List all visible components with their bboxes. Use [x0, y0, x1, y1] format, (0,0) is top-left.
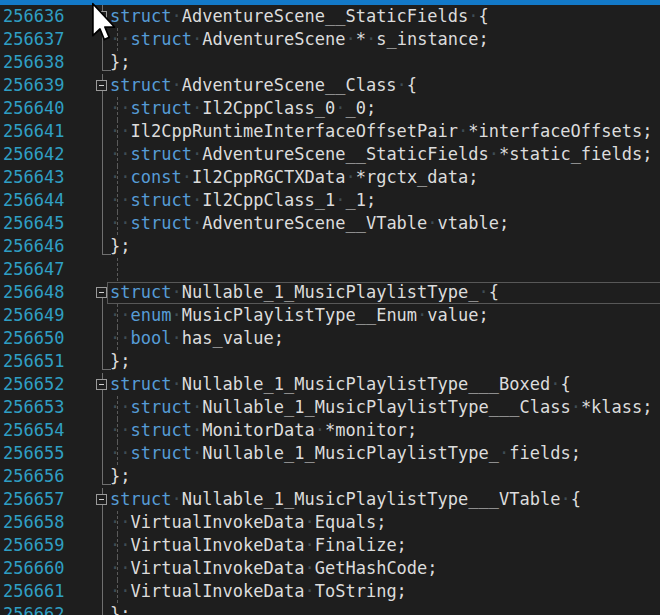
line-number[interactable]: 256657 [0, 488, 95, 511]
whitespace-dot: · [345, 167, 355, 187]
code-line-content[interactable]: struct·Nullable_1_MusicPlaylistType___VT… [110, 488, 660, 511]
line-number[interactable]: 256647 [0, 258, 95, 281]
code-line-content[interactable]: ··bool·has_value; [110, 327, 660, 350]
fold-collapse-button[interactable] [96, 287, 107, 298]
line-number[interactable]: 256637 [0, 28, 95, 51]
indent-guide [117, 143, 118, 166]
fold-margin [95, 143, 110, 166]
line-number[interactable]: 256656 [0, 465, 95, 488]
code-token: { [479, 6, 489, 26]
fold-margin [95, 465, 110, 488]
code-token: AdventureScene__Class [182, 75, 397, 95]
keyword-token: struct [110, 374, 171, 394]
code-line-content[interactable]: ··VirtualInvokeData·ToString; [110, 580, 660, 603]
whitespace-dot: · [366, 29, 376, 49]
line-number[interactable]: 256639 [0, 74, 95, 97]
keyword-token: struct [130, 443, 191, 463]
line-number[interactable]: 256650 [0, 327, 95, 350]
fold-margin [95, 281, 110, 304]
line-number[interactable]: 256646 [0, 235, 95, 258]
whitespace-dot: · [192, 213, 202, 233]
fold-margin [95, 189, 110, 212]
keyword-token: struct [130, 144, 191, 164]
line-number[interactable]: 256655 [0, 442, 95, 465]
whitespace-dot: · [171, 489, 181, 509]
editor-row: 256644··struct·Il2CppClass_1·_1; [0, 189, 660, 212]
indent-guide [117, 304, 118, 327]
line-number[interactable]: 256651 [0, 350, 95, 373]
code-token: fields; [509, 443, 581, 463]
code-line-content[interactable]: ··Il2CppRuntimeInterfaceOffsetPair·*inte… [110, 120, 660, 143]
line-number[interactable]: 256641 [0, 120, 95, 143]
line-number[interactable]: 256636 [0, 5, 95, 28]
fold-margin [95, 97, 110, 120]
line-number[interactable]: 256649 [0, 304, 95, 327]
editor-row: 256646}; [0, 235, 660, 258]
line-number[interactable]: 256659 [0, 534, 95, 557]
code-line-content[interactable]: ··const·Il2CppRGCTXData·*rgctx_data; [110, 166, 660, 189]
fold-collapse-button[interactable] [96, 80, 107, 91]
code-line-content[interactable] [110, 258, 660, 281]
line-number[interactable]: 256661 [0, 580, 95, 603]
code-line-content[interactable]: }; [110, 350, 660, 373]
line-number[interactable]: 256653 [0, 396, 95, 419]
fold-collapse-button[interactable] [96, 379, 107, 390]
editor-row: 256642··struct·AdventureScene__StaticFie… [0, 143, 660, 166]
indent-whitespace-dots: ·· [110, 443, 130, 463]
code-line-content[interactable]: ··VirtualInvokeData·Finalize; [110, 534, 660, 557]
code-line-content[interactable]: ··struct·MonitorData·*monitor; [110, 419, 660, 442]
line-number[interactable]: 256644 [0, 189, 95, 212]
code-line-content[interactable]: ··VirtualInvokeData·GetHashCode; [110, 557, 660, 580]
code-line-content[interactable]: }; [110, 603, 660, 615]
line-number[interactable]: 256654 [0, 419, 95, 442]
code-token: *interfaceOffsets; [468, 121, 652, 141]
fold-bracket-line [102, 419, 103, 442]
code-line-content[interactable]: }; [110, 465, 660, 488]
code-token: *rgctx_data; [356, 167, 479, 187]
code-line-content[interactable]: ··struct·Il2CppClass_0·_0; [110, 97, 660, 120]
code-line-content[interactable]: ··struct·Nullable_1_MusicPlaylistType_·f… [110, 442, 660, 465]
fold-margin [95, 534, 110, 557]
indent-whitespace-dots: ·· [110, 558, 130, 578]
code-line-content[interactable]: ··VirtualInvokeData·Equals; [110, 511, 660, 534]
line-number[interactable]: 256652 [0, 373, 95, 396]
code-line-content[interactable]: struct·Nullable_1_MusicPlaylistType___Bo… [110, 373, 660, 396]
code-line-content[interactable]: ··struct·Nullable_1_MusicPlaylistType___… [110, 396, 660, 419]
fold-margin [95, 166, 110, 189]
whitespace-dot: · [345, 29, 355, 49]
line-number[interactable]: 256662 [0, 603, 95, 615]
whitespace-dot: · [478, 282, 488, 302]
fold-margin [95, 419, 110, 442]
line-number[interactable]: 256660 [0, 557, 95, 580]
whitespace-dot: · [192, 144, 202, 164]
line-number[interactable]: 256658 [0, 511, 95, 534]
code-line-content[interactable]: }; [110, 235, 660, 258]
line-number[interactable]: 256642 [0, 143, 95, 166]
code-line-content[interactable]: ··struct·AdventureScene__VTable·vtable; [110, 212, 660, 235]
fold-margin [95, 235, 110, 258]
indent-guide [117, 258, 118, 281]
code-token: _1; [345, 190, 376, 210]
fold-margin [95, 350, 110, 373]
code-line-content[interactable]: }; [110, 51, 660, 74]
code-line-content[interactable]: struct·Nullable_1_MusicPlaylistType_·{ [110, 281, 660, 304]
code-token: }; [110, 236, 130, 256]
line-number[interactable]: 256645 [0, 212, 95, 235]
code-token: has_value; [182, 328, 284, 348]
fold-collapse-button[interactable] [96, 494, 107, 505]
whitespace-dot: · [499, 443, 509, 463]
whitespace-dot: · [182, 167, 192, 187]
code-line-content[interactable]: ··struct·AdventureScene·*·s_instance; [110, 28, 660, 51]
line-number[interactable]: 256648 [0, 281, 95, 304]
code-line-content[interactable]: ··struct·Il2CppClass_1·_1; [110, 189, 660, 212]
code-line-content[interactable]: struct·AdventureScene__StaticFields·{ [110, 5, 660, 28]
fold-bracket-line [102, 97, 103, 120]
code-line-content[interactable]: ··enum·MusicPlaylistType__Enum·value; [110, 304, 660, 327]
code-line-content[interactable]: ··struct·AdventureScene__StaticFields·*s… [110, 143, 660, 166]
fold-bracket-line [102, 120, 103, 143]
editor-row: 256660··VirtualInvokeData·GetHashCode; [0, 557, 660, 580]
line-number[interactable]: 256643 [0, 166, 95, 189]
code-line-content[interactable]: struct·AdventureScene__Class·{ [110, 74, 660, 97]
line-number[interactable]: 256640 [0, 97, 95, 120]
line-number[interactable]: 256638 [0, 51, 95, 74]
